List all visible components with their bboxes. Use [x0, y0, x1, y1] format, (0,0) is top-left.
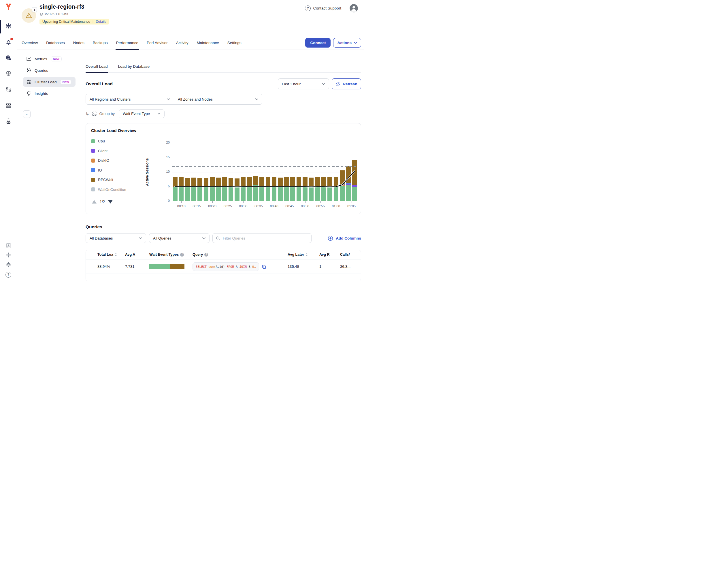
- col-total-load[interactable]: Total Loa: [97, 253, 125, 257]
- contact-support-label: Contact Support: [313, 6, 341, 10]
- zone-filter-select[interactable]: All Zones and Nodes: [174, 94, 262, 104]
- cell-calls: 36.3...: [340, 264, 361, 269]
- sidebar-item-insights[interactable]: Insights: [23, 89, 76, 98]
- overall-load-header: Overall Load Last 1 hour Refresh: [86, 78, 361, 89]
- sort-icon[interactable]: [115, 253, 117, 256]
- tab-performance[interactable]: Performance: [116, 36, 138, 50]
- x-tick: 00:30: [239, 204, 247, 208]
- load-subtabs: Overall Load Load by Database: [86, 50, 361, 73]
- legend-item-client[interactable]: Client: [91, 148, 126, 154]
- header-right: ? Contact Support: [305, 4, 358, 13]
- actions-button[interactable]: Actions: [333, 38, 361, 48]
- legend-item-io[interactable]: IO: [91, 167, 126, 173]
- x-tick: 00:25: [224, 204, 232, 208]
- tab-nodes[interactable]: Nodes: [73, 36, 84, 50]
- maintenance-warning-button[interactable]: 1: [22, 8, 36, 23]
- legend-label: Client: [98, 149, 107, 153]
- search-icon: [216, 236, 220, 241]
- time-range-select[interactable]: Last 1 hour: [278, 78, 329, 89]
- rail-item-help[interactable]: ?: [0, 270, 17, 279]
- y-tick: 10: [158, 170, 170, 173]
- sidebar-item-metrics[interactable]: Metrics New: [23, 54, 76, 64]
- rail-item-assistant[interactable]: [0, 260, 17, 270]
- query-filter-value: All Queries: [153, 236, 171, 240]
- tab-overview[interactable]: Overview: [22, 36, 38, 50]
- tab-settings[interactable]: Settings: [227, 36, 242, 50]
- add-columns-button[interactable]: Add Columns: [327, 235, 361, 241]
- rail-item-billing[interactable]: [0, 98, 17, 114]
- legend-item-rpcwait[interactable]: RPCWait: [91, 177, 126, 183]
- copy-query-button[interactable]: [261, 264, 267, 269]
- new-badge: New: [60, 80, 71, 84]
- table-row[interactable]: 88.94% 7.731 SELECT sum(A.id) FROM A JOI…: [86, 259, 361, 274]
- legend-page-down-button[interactable]: [108, 200, 113, 204]
- database-filter-value: All Databases: [90, 236, 113, 240]
- region-filter-select[interactable]: All Regions and Clusters: [86, 94, 174, 104]
- region-filter-value: All Regions and Clusters: [90, 97, 131, 101]
- group-by-select[interactable]: Wait Event Type: [119, 109, 165, 118]
- legend-label: DiskIO: [98, 158, 109, 163]
- icon-rail: ?: [0, 0, 17, 281]
- col-avg-latency[interactable]: Avg Later: [288, 253, 319, 257]
- connect-button[interactable]: Connect: [305, 38, 331, 48]
- user-avatar[interactable]: [349, 4, 358, 13]
- chevron-down-icon: [167, 98, 170, 100]
- metrics-chart-icon: [26, 56, 32, 62]
- trend-line: [172, 143, 358, 201]
- banner-text: Upcoming Critical Maintenance: [42, 20, 90, 24]
- query-sql-pill[interactable]: SELECT sum(A.id) FROM A JOIN B O…: [193, 262, 259, 271]
- plot-area[interactable]: 0510152000:1000:1500:2000:2500:3000:3500…: [172, 143, 358, 201]
- lightbulb-icon: [26, 91, 32, 96]
- rail-item-alerts[interactable]: [0, 35, 17, 50]
- legend-item-diskio[interactable]: DiskIO: [91, 157, 126, 163]
- x-tick: 00:50: [301, 204, 309, 208]
- y-tick: 0: [158, 199, 170, 202]
- x-tick: 00:45: [285, 204, 294, 208]
- rail-item-regions[interactable]: [0, 50, 17, 66]
- subtab-overall-load[interactable]: Overall Load: [86, 64, 108, 72]
- legend-item-cpu[interactable]: Cpu: [91, 138, 126, 144]
- rail-item-integrations[interactable]: [0, 82, 17, 98]
- banner-details-link[interactable]: Details: [96, 20, 106, 24]
- cell-avg-active: 7.731: [125, 264, 149, 269]
- cluster-meta: single-region-rf3 v2025.1.0.1-b3 Upcomin…: [39, 3, 109, 25]
- col-avg-active: Avg A: [125, 253, 149, 257]
- search-input[interactable]: [223, 236, 308, 240]
- yugabyte-logo[interactable]: [5, 3, 12, 11]
- x-tick: 00:55: [316, 204, 325, 208]
- rail-item-docs[interactable]: [0, 241, 17, 251]
- tab-databases[interactable]: Databases: [46, 36, 65, 50]
- sidebar-item-cluster-load[interactable]: Cluster Load New: [23, 77, 76, 87]
- rail-item-labs[interactable]: [0, 114, 17, 130]
- sort-icon[interactable]: [305, 253, 308, 256]
- legend-item-waitoncondition[interactable]: WaitOnCondition: [91, 187, 126, 193]
- avatar-icon: [349, 4, 358, 13]
- contact-support-button[interactable]: ? Contact Support: [305, 5, 341, 11]
- col-label: Avg R: [319, 253, 330, 257]
- sidebar-item-label: Insights: [35, 91, 48, 96]
- sidebar-item-queries[interactable]: Queries: [23, 65, 76, 75]
- database-filter-select[interactable]: All Databases: [86, 233, 146, 243]
- rail-item-security[interactable]: [0, 66, 17, 82]
- query-filter-select[interactable]: All Queries: [149, 233, 210, 243]
- subtab-load-by-database[interactable]: Load by Database: [118, 64, 150, 72]
- plus-circle-icon: [327, 235, 333, 241]
- tab-backups[interactable]: Backups: [93, 36, 108, 50]
- tab-perf-advisor[interactable]: Perf Advisor: [147, 36, 168, 50]
- tab-activity[interactable]: Activity: [176, 36, 188, 50]
- rail-item-clusters[interactable]: [0, 19, 17, 35]
- legend-page-up-button[interactable]: [92, 200, 97, 204]
- x-tick: 00:35: [254, 204, 263, 208]
- tab-maintenance[interactable]: Maintenance: [197, 36, 219, 50]
- refresh-button[interactable]: Refresh: [332, 78, 361, 89]
- docs-book-icon: [5, 242, 12, 250]
- info-icon[interactable]: i: [180, 253, 184, 257]
- chevron-down-icon: [202, 237, 205, 239]
- body-row: Metrics New Queries Cluster Load New Ins…: [17, 50, 364, 281]
- group-grid-icon: [92, 111, 97, 116]
- cluster-load-icon: [26, 79, 32, 85]
- info-icon[interactable]: i: [204, 253, 208, 257]
- sidebar-collapse-button[interactable]: «: [23, 110, 31, 118]
- queries-table: Total Loa Avg A Wait Event Types i Query…: [86, 250, 361, 281]
- rail-item-slack[interactable]: [0, 251, 17, 260]
